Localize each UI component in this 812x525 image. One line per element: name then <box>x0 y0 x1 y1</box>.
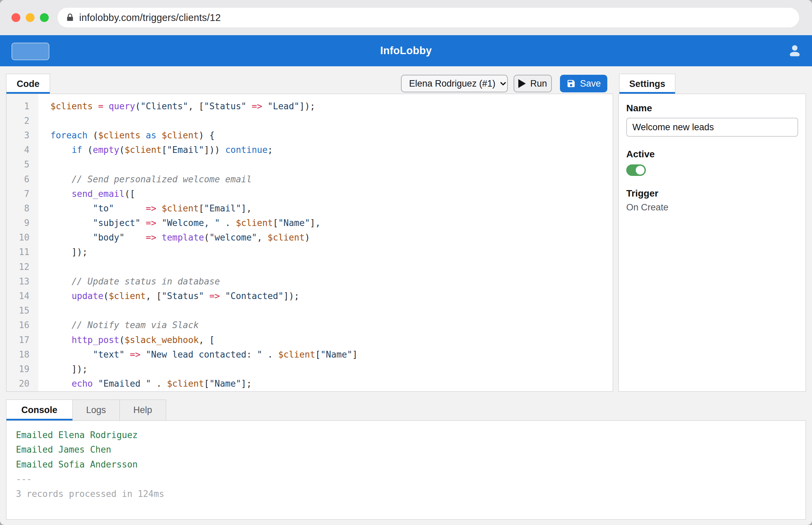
code-line: 11 ]); <box>6 245 613 259</box>
code-line: 5 <box>6 157 613 172</box>
tab-help[interactable]: Help <box>120 400 166 420</box>
tab-active-indicator <box>619 92 675 94</box>
line-number: 5 <box>6 159 38 169</box>
app-header: InfoLobby <box>0 35 812 66</box>
console-line: --- <box>16 472 796 487</box>
browser-window: infolobby.com/triggers/clients/12 InfoLo… <box>0 0 812 525</box>
line-number: 16 <box>6 320 38 330</box>
code-text: http_post($slack_webhook, [ <box>38 335 214 345</box>
record-selector-value: Elena Rodriguez (#1) <box>409 78 495 89</box>
line-number: 13 <box>6 276 38 286</box>
code-line: 18 "text" => "New lead contacted: " . $c… <box>6 347 613 362</box>
code-line: 6 // Send personalized welcome email <box>6 172 613 186</box>
line-number: 11 <box>6 247 38 257</box>
run-button[interactable]: Run <box>514 75 552 92</box>
line-number: 15 <box>6 305 38 316</box>
tab-settings[interactable]: Settings <box>619 74 675 94</box>
line-number: 17 <box>6 335 38 345</box>
user-icon[interactable] <box>787 43 802 59</box>
code-text: $clients = query("Clients", ["Status" =>… <box>38 101 315 111</box>
tab-active-indicator <box>6 92 50 94</box>
code-line: 2 <box>6 113 613 128</box>
code-editor[interactable]: 1$clients = query("Clients", ["Status" =… <box>6 94 613 392</box>
maximize-button[interactable] <box>40 13 49 22</box>
tab-settings-label: Settings <box>629 79 665 89</box>
url-text: infolobby.com/triggers/clients/12 <box>79 12 221 23</box>
code-text: // Update status in database <box>38 276 220 286</box>
active-label: Active <box>626 149 798 160</box>
save-button[interactable]: Save <box>560 75 607 92</box>
line-number: 3 <box>6 130 38 140</box>
line-number: 14 <box>6 291 38 301</box>
code-line: 16 // Notify team via Slack <box>6 318 613 332</box>
code-text: ]); <box>38 364 88 374</box>
code-text: ]); <box>38 247 88 257</box>
code-line: 1$clients = query("Clients", ["Status" =… <box>6 99 613 113</box>
tab-logs-label: Logs <box>86 405 106 416</box>
close-button[interactable] <box>12 13 20 22</box>
line-number: 12 <box>6 262 38 272</box>
line-number: 20 <box>6 378 38 389</box>
code-line: 10 "body" => template("welcome", $client… <box>6 230 613 245</box>
trigger-value: On Create <box>626 202 798 213</box>
code-text: "body" => template("welcome", $client) <box>38 232 310 242</box>
tab-console[interactable]: Console <box>6 400 73 420</box>
code-text: "text" => "New lead contacted: " . $clie… <box>38 349 358 360</box>
code-line: 4 if (empty($client["Email"])) continue; <box>6 143 613 157</box>
code-line: 7 send_email([ <box>6 186 613 201</box>
code-text: // Notify team via Slack <box>38 320 199 330</box>
toggle-knob <box>636 166 645 175</box>
app-title: InfoLobby <box>0 35 812 66</box>
line-number: 10 <box>6 232 38 242</box>
code-line: 14 update($client, ["Status" => "Contact… <box>6 288 613 303</box>
console-tab-bar: Console Logs Help <box>6 400 166 420</box>
name-input[interactable] <box>626 118 798 137</box>
lock-icon <box>66 13 74 22</box>
address-bar[interactable]: infolobby.com/triggers/clients/12 <box>58 8 799 27</box>
play-icon <box>518 79 526 88</box>
code-line: 15 <box>6 303 613 318</box>
console-line: Emailed Sofia Andersson <box>16 457 796 472</box>
code-text: if (empty($client["Email"])) continue; <box>38 145 273 155</box>
code-line: 19 ]); <box>6 362 613 376</box>
line-number: 8 <box>6 203 38 213</box>
line-number: 6 <box>6 174 38 184</box>
tab-code[interactable]: Code <box>6 74 50 94</box>
active-toggle[interactable] <box>626 164 646 176</box>
settings-panel: Name Active Trigger On Create <box>618 94 806 392</box>
code-text: // Send personalized welcome email <box>38 174 252 184</box>
code-line: 3foreach ($clients as $client) { <box>6 128 613 142</box>
code-line: 20 echo "Emailed " . $client["Name"]; <box>6 376 613 391</box>
line-number: 2 <box>6 116 38 126</box>
line-number: 4 <box>6 145 38 155</box>
code-text: send_email([ <box>38 189 135 199</box>
line-number: 9 <box>6 218 38 228</box>
browser-chrome: infolobby.com/triggers/clients/12 <box>0 0 812 35</box>
traffic-lights <box>12 0 49 35</box>
save-button-label: Save <box>580 78 601 89</box>
tab-logs[interactable]: Logs <box>73 400 120 420</box>
code-text: echo "Emailed " . $client["Name"]; <box>38 378 252 389</box>
tab-help-label: Help <box>133 405 152 416</box>
code-text: "to" => $client["Email"], <box>38 203 252 213</box>
code-lines: 1$clients = query("Clients", ["Status" =… <box>6 99 613 391</box>
console-line: 3 records processed in 124ms <box>16 486 796 501</box>
tab-code-label: Code <box>17 79 40 89</box>
chevron-down-icon <box>499 80 507 87</box>
console-line: Emailed Elena Rodriguez <box>16 427 796 442</box>
tab-console-label: Console <box>21 405 58 416</box>
console-output: Emailed Elena RodriguezEmailed James Che… <box>16 427 796 501</box>
code-text: foreach ($clients as $client) { <box>38 130 214 140</box>
code-text: "subject" => "Welcome, " . $client["Name… <box>38 218 320 228</box>
line-number: 18 <box>6 349 38 360</box>
code-text: update($client, ["Status" => "Contacted"… <box>38 291 299 301</box>
code-line: 8 "to" => $client["Email"], <box>6 201 613 215</box>
minimize-button[interactable] <box>26 13 34 22</box>
console-line: Emailed James Chen <box>16 442 796 457</box>
run-button-label: Run <box>530 78 547 89</box>
nav-placeholder-button[interactable] <box>12 43 49 60</box>
record-selector[interactable]: Elena Rodriguez (#1) <box>401 75 508 92</box>
code-line: 9 "subject" => "Welcome, " . $client["Na… <box>6 216 613 230</box>
line-number: 19 <box>6 364 38 374</box>
code-line: 17 http_post($slack_webhook, [ <box>6 332 613 347</box>
